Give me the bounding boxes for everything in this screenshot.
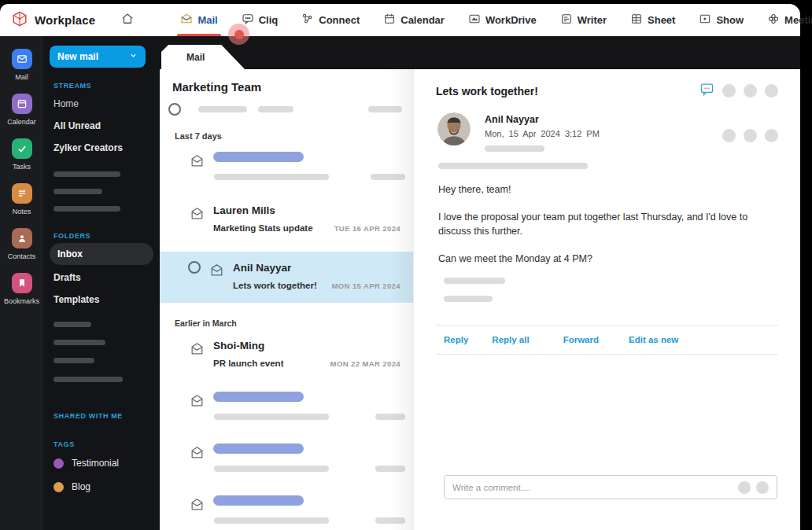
mail-list-title: Marketing Team bbox=[160, 69, 413, 94]
skeleton-date bbox=[375, 466, 405, 472]
skeleton-bar bbox=[54, 206, 120, 212]
mail-list-item-anil[interactable]: Anil Nayyar Lets work together! MON 15 A… bbox=[160, 252, 413, 303]
action-placeholder-icon[interactable] bbox=[722, 129, 736, 142]
meeting-icon bbox=[767, 13, 780, 28]
nav-mail[interactable]: Mail bbox=[180, 4, 217, 36]
comment-input[interactable] bbox=[452, 483, 733, 492]
sender-meta: Anil Nayyar Mon, 15 Apr 2024 3:12 PM bbox=[485, 112, 600, 152]
action-placeholder-icon[interactable] bbox=[722, 84, 736, 98]
nav-writer-label: Writer bbox=[578, 14, 607, 26]
nav-sheet[interactable]: Sheet bbox=[630, 4, 675, 36]
rail-item-tasks[interactable]: Tasks bbox=[0, 138, 43, 171]
mail-select-checkbox[interactable] bbox=[188, 261, 201, 274]
nav-show[interactable]: Show bbox=[699, 4, 744, 36]
action-placeholder-icon[interactable] bbox=[765, 84, 778, 98]
action-placeholder-icon[interactable] bbox=[765, 129, 778, 142]
connect-icon bbox=[301, 13, 314, 28]
reply-all-link[interactable]: Reply all bbox=[492, 335, 529, 344]
mail-sender: Lauren Mills bbox=[213, 204, 400, 216]
mail-date: MON 15 APR 2024 bbox=[332, 282, 401, 290]
rail-contacts-icon bbox=[12, 228, 32, 248]
skeleton-signature-bar bbox=[444, 296, 493, 302]
skeleton-bar bbox=[54, 189, 102, 194]
rail-item-bookmarks[interactable]: Bookmarks bbox=[0, 273, 43, 305]
folder-item-templates[interactable]: Templates bbox=[43, 289, 160, 311]
nav-writer[interactable]: Writer bbox=[560, 4, 607, 36]
mail-list-item-lauren[interactable]: Lauren Mills Marketing Stats update TUE … bbox=[160, 197, 413, 241]
mail-list-item-skeleton[interactable] bbox=[160, 489, 413, 530]
tab-mail[interactable]: Mail bbox=[161, 45, 245, 69]
edit-as-new-link[interactable]: Edit as new bbox=[629, 335, 678, 344]
folder-panel: New mail STREAMS Home All Unread Zylker … bbox=[43, 36, 160, 530]
mail-sender: Shoi-Ming bbox=[213, 340, 400, 351]
skeleton-bar bbox=[54, 171, 120, 177]
select-all-checkbox[interactable] bbox=[168, 103, 181, 116]
nav-meeting[interactable]: Meeting bbox=[767, 4, 812, 36]
rail-item-mail[interactable]: Mail bbox=[0, 49, 43, 81]
home-button[interactable] bbox=[120, 12, 135, 29]
nav-workdrive[interactable]: WorkDrive bbox=[468, 4, 537, 36]
rail-mail-icon bbox=[12, 49, 32, 69]
show-icon bbox=[699, 13, 711, 28]
streams-section-title: STREAMS bbox=[54, 82, 160, 90]
forward-link[interactable]: Forward bbox=[563, 335, 599, 344]
nav-connect[interactable]: Connect bbox=[301, 4, 360, 36]
skeleton-date bbox=[371, 174, 405, 180]
skeleton-sender bbox=[213, 392, 304, 402]
mail-subject: Lets work together! bbox=[233, 281, 317, 290]
rail-notes-icon bbox=[12, 183, 32, 204]
home-icon bbox=[120, 12, 135, 29]
list-toolbar-row bbox=[168, 103, 413, 116]
rail-bookmarks-label: Bookmarks bbox=[4, 297, 39, 305]
comment-icon[interactable] bbox=[699, 82, 714, 100]
top-navigation: Mail Cliq Connect Calendar WorkDrive bbox=[180, 4, 812, 36]
folder-item-inbox[interactable]: Inbox bbox=[50, 243, 153, 265]
rail-item-calendar[interactable]: Calendar bbox=[0, 94, 43, 126]
tag-item-blog[interactable]: Blog bbox=[43, 475, 160, 499]
mail-list-item-skeleton[interactable] bbox=[160, 145, 413, 186]
new-mail-label: New mail bbox=[57, 51, 98, 62]
reader-header: Lets work together! bbox=[414, 69, 800, 100]
skeleton-subject bbox=[214, 466, 329, 472]
mail-list-item-skeleton[interactable] bbox=[160, 437, 413, 478]
tag-color-dot bbox=[54, 458, 64, 469]
skeleton-bar bbox=[54, 322, 91, 327]
tags-section-title: TAGS bbox=[54, 440, 160, 448]
folder-item-drafts[interactable]: Drafts bbox=[43, 267, 160, 289]
mail-body: Hey there, team! I love the proposal you… bbox=[416, 182, 800, 267]
comment-action-icon[interactable] bbox=[756, 481, 769, 494]
comment-action-icon[interactable] bbox=[738, 481, 751, 494]
nav-meeting-label: Meeting bbox=[784, 14, 812, 26]
skeleton-date bbox=[375, 517, 405, 524]
cliq-onboarding-hotspot[interactable] bbox=[228, 24, 249, 45]
sender-name: Anil Nayyar bbox=[485, 114, 600, 125]
mail-date: MON 22 MAR 2024 bbox=[330, 359, 400, 368]
workplace-brand[interactable]: Workplace bbox=[11, 10, 95, 31]
body-paragraph-2: I love the proposal your team put togeth… bbox=[438, 210, 778, 238]
skeleton-date bbox=[375, 414, 405, 420]
nav-mail-label: Mail bbox=[197, 14, 217, 26]
mail-subject: PR launch event bbox=[213, 359, 283, 368]
body-paragraph-3: Can we meet the Monday at 4 PM? bbox=[438, 252, 778, 266]
stream-item-home[interactable]: Home bbox=[43, 93, 160, 115]
rail-item-contacts[interactable]: Contacts bbox=[0, 228, 43, 260]
new-mail-button[interactable]: New mail bbox=[50, 46, 146, 68]
action-placeholder-icon[interactable] bbox=[744, 84, 757, 98]
skeleton-sender bbox=[213, 152, 304, 162]
tag-item-testimonial[interactable]: Testimonial bbox=[43, 451, 160, 475]
mail-list-item-shoiming[interactable]: Shoi-Ming PR launch event MON 22 MAR 202… bbox=[160, 333, 413, 376]
stream-item-all-unread[interactable]: All Unread bbox=[43, 115, 160, 137]
tab-mail-label: Mail bbox=[186, 52, 205, 63]
rail-item-notes[interactable]: Notes bbox=[0, 183, 43, 215]
sender-avatar[interactable] bbox=[437, 112, 471, 145]
tag-blog-label: Blog bbox=[72, 481, 90, 492]
stream-item-zylker-creators[interactable]: Zylker Creators bbox=[43, 137, 160, 159]
nav-calendar[interactable]: Calendar bbox=[383, 4, 445, 36]
skeleton-sender bbox=[213, 495, 304, 506]
reply-link[interactable]: Reply bbox=[444, 335, 468, 344]
action-placeholder-icon[interactable] bbox=[744, 129, 757, 142]
workdrive-icon bbox=[468, 13, 481, 28]
mail-sender: Anil Nayyar bbox=[233, 262, 400, 274]
mail-timestamp: Mon, 15 Apr 2024 3:12 PM bbox=[485, 129, 600, 138]
mail-list-item-skeleton[interactable] bbox=[160, 385, 413, 426]
